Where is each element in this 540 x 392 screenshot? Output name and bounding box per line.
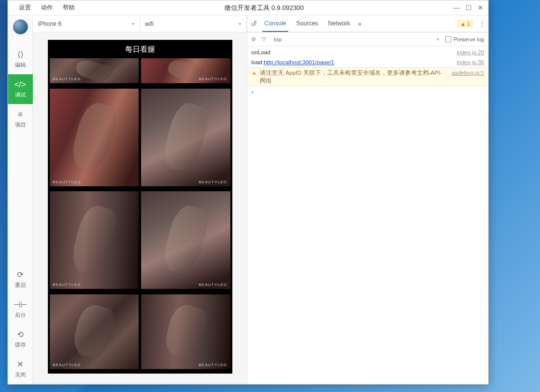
grid-thumb[interactable] bbox=[50, 89, 139, 186]
log-source[interactable]: index.js:35 bbox=[453, 58, 484, 66]
menubar: 设置 动作 帮助 bbox=[19, 3, 75, 12]
sidebar-item-label: 关闭 bbox=[15, 371, 26, 379]
warning-icon: ▲ bbox=[251, 69, 257, 85]
device-select[interactable]: iPhone 6 ▾ bbox=[33, 15, 140, 32]
more-tabs-icon[interactable]: » bbox=[358, 20, 361, 27]
sidebar-item-background[interactable]: ⊣⊢ 后台 bbox=[8, 294, 33, 324]
log-source[interactable]: index.js:20 bbox=[453, 48, 484, 56]
menu-actions[interactable]: 动作 bbox=[41, 3, 53, 12]
grid-thumb[interactable] bbox=[141, 89, 230, 186]
menu-help[interactable]: 帮助 bbox=[63, 3, 75, 12]
window-title: 微信开发者工具 0.9.092300 bbox=[75, 3, 453, 12]
log-message: 请注意无 AppID 关联下，工具未检查安全域名，更多请参考文档-API-网络 bbox=[260, 69, 447, 85]
hamburger-icon: ≡ bbox=[18, 110, 22, 119]
sim-toolbar: iPhone 6 ▾ wifi ▾ bbox=[33, 15, 247, 32]
console-filterbar: ⊘ ▽ top ▾ Preserve log bbox=[247, 32, 488, 46]
sidebar-item-label: 调试 bbox=[15, 91, 26, 99]
sidebar-item-label: 后台 bbox=[15, 311, 26, 319]
sidebar: ⟨⟩ 编辑 </> 调试 ≡ 项目 ⟳ 重启 ⊣⊢ 后台 ⟲ 缓存 bbox=[8, 15, 33, 384]
device-select-value: iPhone 6 bbox=[38, 20, 61, 27]
inspect-icon[interactable]: ⮰ bbox=[250, 20, 256, 27]
devtools-tabs: ⮰ Console Sources Network » ▲ 1 ⋮ bbox=[247, 15, 488, 32]
grid-thumb[interactable] bbox=[50, 58, 139, 83]
debug-icon: </> bbox=[14, 80, 26, 89]
window-controls: — ☐ ✕ bbox=[453, 4, 483, 11]
sidebar-item-label: 项目 bbox=[15, 121, 26, 129]
log-row: load:http://localhost:3001/page/1 index.… bbox=[247, 57, 488, 67]
console-output: onLoad index.js:20 load:http://localhost… bbox=[247, 46, 488, 384]
sidebar-item-restart[interactable]: ⟳ 重启 bbox=[8, 264, 33, 294]
context-select[interactable]: top bbox=[272, 36, 431, 42]
caret-down-icon: ▾ bbox=[132, 21, 135, 26]
menu-settings[interactable]: 设置 bbox=[19, 3, 31, 12]
sidebar-item-label: 缓存 bbox=[15, 341, 26, 349]
log-source[interactable]: asdebug.js:1 bbox=[448, 69, 484, 85]
close-icon[interactable]: ✕ bbox=[478, 4, 483, 11]
devtools: ⮰ Console Sources Network » ▲ 1 ⋮ ⊘ ▽ to… bbox=[247, 15, 488, 384]
sidebar-item-label: 编辑 bbox=[15, 61, 26, 69]
log-message: onLoad bbox=[251, 48, 453, 56]
warning-count[interactable]: ▲ 1 bbox=[457, 20, 473, 28]
grid-thumb[interactable] bbox=[50, 191, 139, 289]
caret-down-icon: ▾ bbox=[239, 21, 241, 26]
preserve-log-label: Preserve log bbox=[453, 36, 484, 42]
kebab-icon[interactable]: ⋮ bbox=[479, 20, 485, 27]
filter-icon[interactable]: ▽ bbox=[262, 36, 266, 42]
log-row: ▲ 请注意无 AppID 关联下，工具未检查安全域名，更多请参考文档-API-网… bbox=[247, 67, 488, 86]
center-pane: iPhone 6 ▾ wifi ▾ 每日看腿 bbox=[33, 15, 247, 384]
checkbox-icon bbox=[445, 36, 451, 42]
sidebar-item-debug[interactable]: </> 调试 bbox=[8, 74, 33, 104]
main-area: ⟨⟩ 编辑 </> 调试 ≡ 项目 ⟳ 重启 ⊣⊢ 后台 ⟲ 缓存 bbox=[8, 15, 488, 384]
avatar[interactable] bbox=[13, 19, 28, 34]
grid-thumb[interactable] bbox=[141, 58, 230, 83]
log-link[interactable]: http://localhost:3001/page/1 bbox=[264, 59, 334, 65]
sidebar-item-label: 重启 bbox=[15, 281, 26, 289]
console-prompt[interactable]: › bbox=[247, 86, 488, 98]
tab-network[interactable]: Network bbox=[326, 15, 352, 32]
page-title: 每日看腿 bbox=[48, 40, 232, 58]
grid-thumb[interactable] bbox=[50, 294, 139, 369]
sidebar-item-edit[interactable]: ⟨⟩ 编辑 bbox=[8, 44, 33, 74]
sidebar-item-project[interactable]: ≡ 项目 bbox=[8, 104, 33, 134]
sidebar-item-close[interactable]: ✕ 关闭 bbox=[8, 354, 33, 384]
code-icon: ⟨⟩ bbox=[17, 50, 23, 59]
tab-console[interactable]: Console bbox=[262, 15, 288, 32]
close-app-icon: ✕ bbox=[17, 360, 23, 369]
network-select-value: wifi bbox=[145, 20, 154, 27]
simulator: 每日看腿 bbox=[33, 32, 247, 384]
maximize-icon[interactable]: ☐ bbox=[466, 4, 472, 11]
sidebar-item-cache[interactable]: ⟲ 缓存 bbox=[8, 324, 33, 354]
grid-thumb[interactable] bbox=[141, 294, 230, 369]
preserve-log-toggle[interactable]: Preserve log bbox=[445, 36, 484, 42]
titlebar: 设置 动作 帮助 微信开发者工具 0.9.092300 — ☐ ✕ bbox=[8, 0, 488, 15]
network-select[interactable]: wifi ▾ bbox=[140, 15, 247, 32]
log-row: onLoad index.js:20 bbox=[247, 47, 488, 57]
tab-sources[interactable]: Sources bbox=[294, 15, 320, 32]
caret-down-icon: ▾ bbox=[437, 37, 439, 42]
minimize-icon[interactable]: — bbox=[453, 4, 460, 11]
app-window: 设置 动作 帮助 微信开发者工具 0.9.092300 — ☐ ✕ ⟨⟩ 编辑 … bbox=[7, 0, 489, 385]
clear-console-icon[interactable]: ⊘ bbox=[251, 36, 256, 42]
image-grid bbox=[48, 58, 232, 374]
log-message: load:http://localhost:3001/page/1 bbox=[251, 58, 453, 66]
cache-icon: ⟲ bbox=[17, 330, 23, 339]
restart-icon: ⟳ bbox=[17, 270, 23, 279]
phone-frame[interactable]: 每日看腿 bbox=[48, 40, 232, 374]
grid-thumb[interactable] bbox=[141, 191, 230, 289]
background-icon: ⊣⊢ bbox=[13, 300, 27, 309]
